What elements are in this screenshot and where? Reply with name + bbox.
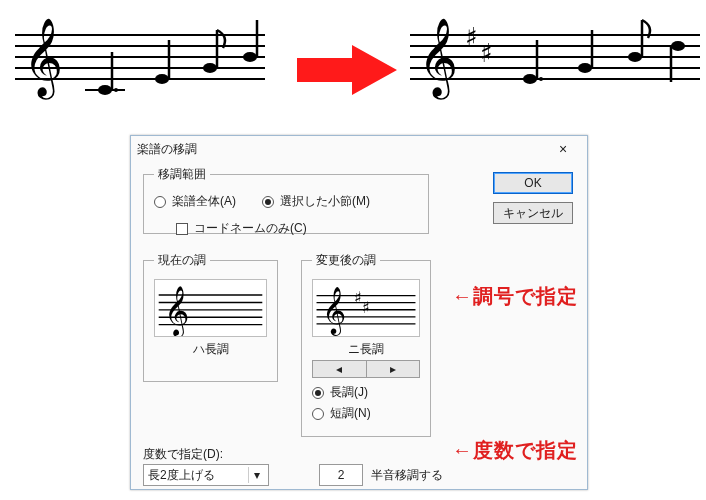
svg-text:♯: ♯ [362, 299, 370, 316]
post-key-group: 変更後の調 𝄞 ♯ ♯ ニ長調 ◂ ▸ [301, 252, 431, 437]
svg-text:𝄞: 𝄞 [23, 18, 63, 100]
svg-point-28 [578, 63, 592, 73]
cancel-label: キャンセル [503, 205, 563, 222]
major-radio[interactable]: 長調(J) [312, 384, 420, 401]
close-icon: × [559, 141, 567, 157]
svg-point-30 [628, 52, 642, 62]
minor-label: 短調(N) [330, 405, 371, 422]
current-key-name: ハ長調 [154, 341, 267, 358]
svg-point-14 [243, 52, 257, 62]
svg-point-25 [523, 74, 537, 84]
svg-point-26 [539, 77, 543, 81]
key-next-button[interactable]: ▸ [366, 360, 421, 378]
svg-text:♯: ♯ [354, 289, 362, 306]
range-all-label: 楽譜全体(A) [172, 193, 236, 210]
chevron-down-icon: ▾ [248, 467, 264, 483]
range-all-radio[interactable]: 楽譜全体(A) [154, 193, 236, 210]
range-legend: 移調範囲 [154, 166, 210, 183]
svg-text:𝄞: 𝄞 [418, 18, 458, 100]
annotation-key: ←調号で指定 [452, 283, 578, 310]
annotation-degree: ←度数で指定 [452, 437, 578, 464]
major-label: 長調(J) [330, 384, 368, 401]
post-key-legend: 変更後の調 [312, 252, 380, 269]
dialog-title: 楽譜の移調 [137, 141, 545, 158]
range-selected-label: 選択した小節(M) [280, 193, 370, 210]
svg-text:♯: ♯ [480, 39, 493, 68]
degree-select-value: 長2度上げる [148, 467, 215, 484]
semitones-label: 半音移調する [371, 467, 443, 484]
svg-point-10 [155, 74, 169, 84]
transpose-arrow [297, 45, 397, 98]
chordnames-label: コードネームのみ(C) [194, 220, 307, 237]
cancel-button[interactable]: キャンセル [493, 202, 573, 224]
svg-text:𝄞: 𝄞 [322, 287, 346, 336]
current-key-group: 現在の調 𝄞 ハ長調 [143, 252, 278, 382]
degree-label: 度数で指定(D): [143, 446, 223, 463]
semitones-value: 2 [338, 468, 345, 482]
before-staff: 𝄞 [15, 10, 265, 100]
degree-select[interactable]: 長2度上げる ▾ [143, 464, 269, 486]
post-key-staff: 𝄞 ♯ ♯ [312, 279, 420, 337]
post-key-name: ニ長調 [312, 341, 420, 358]
arrow-left-icon: ◂ [336, 362, 342, 376]
svg-point-12 [203, 63, 217, 73]
svg-marker-16 [297, 45, 397, 95]
current-key-legend: 現在の調 [154, 252, 210, 269]
svg-point-32 [671, 41, 685, 51]
key-prev-button[interactable]: ◂ [312, 360, 366, 378]
chordnames-checkbox[interactable]: コードネームのみ(C) [176, 220, 418, 237]
close-button[interactable]: × [545, 138, 581, 160]
semitones-field[interactable]: 2 [319, 464, 363, 486]
minor-radio[interactable]: 短調(N) [312, 405, 420, 422]
svg-point-8 [114, 88, 118, 92]
range-selected-radio[interactable]: 選択した小節(M) [262, 193, 370, 210]
arrow-right-icon: ▸ [390, 362, 396, 376]
ok-label: OK [524, 176, 541, 190]
svg-text:♯: ♯ [465, 23, 478, 52]
range-group: 移調範囲 楽譜全体(A) 選択した小節(M) コードネームのみ(C) [143, 166, 429, 234]
ok-button[interactable]: OK [493, 172, 573, 194]
svg-text:𝄞: 𝄞 [164, 286, 189, 337]
current-key-staff: 𝄞 [154, 279, 267, 337]
after-staff: 𝄞 ♯ ♯ [410, 10, 700, 100]
